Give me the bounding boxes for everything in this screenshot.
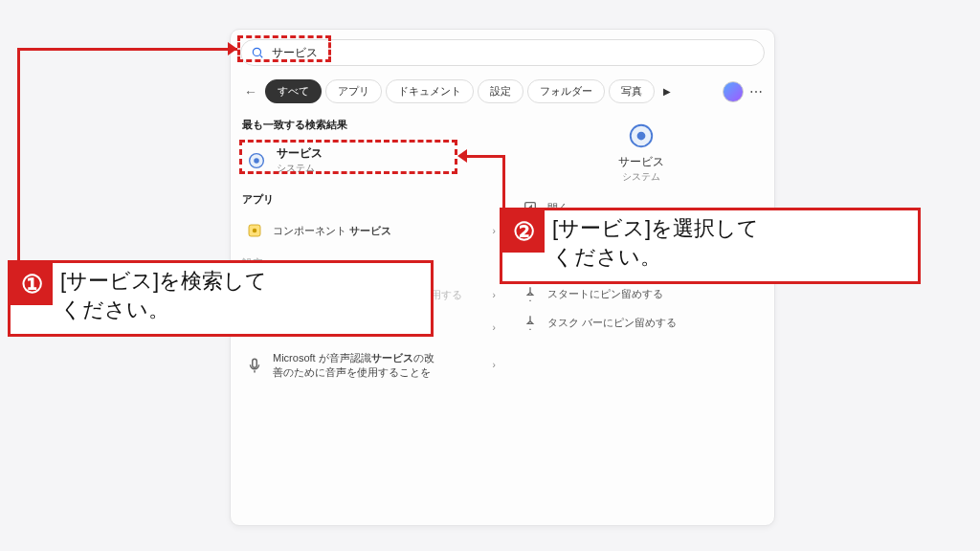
result-ms-speech[interactable]: Microsoft が音声認識サービスの改 善のために音声を使用することを › (240, 343, 507, 387)
details-subtitle: システム (519, 170, 765, 184)
best-match-header: 最も一致する検索結果 (242, 118, 507, 132)
action-label: タスク バーにピン留めする (547, 316, 677, 330)
tab-photos[interactable]: 写真 (609, 79, 655, 103)
svg-point-3 (254, 158, 259, 164)
component-services-icon (246, 222, 263, 239)
svg-point-0 (253, 48, 260, 55)
services-large-icon (627, 121, 656, 150)
tab-folders[interactable]: フォルダー (527, 79, 605, 103)
annotation-arrowhead-2 (457, 149, 467, 163)
search-bar[interactable] (240, 39, 765, 66)
annotation-text-2: [サービス]を選択して ください。 (545, 210, 767, 276)
details-title: サービス (519, 154, 765, 170)
annotation-number-1: ① (11, 263, 53, 305)
annotation-arrowhead-1 (228, 42, 237, 55)
chevron-right-icon: › (493, 322, 496, 333)
annotation-number-2: ② (502, 210, 545, 253)
more-tabs-icon[interactable]: ▶ (658, 86, 676, 97)
top-result-subtitle: システム (277, 162, 323, 175)
top-result-title: サービス (277, 145, 323, 162)
tab-apps[interactable]: アプリ (325, 79, 382, 103)
tab-bar: ← すべて アプリ ドキュメント 設定 フォルダー 写真 ▶ ⋯ (240, 79, 765, 103)
annotation-arrow-1 (17, 48, 20, 263)
annotation-text-1: [サービス]を検索して ください。 (53, 263, 275, 329)
annotation-arrow-2 (467, 155, 505, 158)
apps-header: アプリ (242, 192, 507, 207)
avatar[interactable] (723, 81, 744, 102)
svg-line-1 (260, 55, 263, 58)
result-label: Microsoft が音声認識サービスの改 善のために音声を使用することを (273, 351, 434, 380)
svg-rect-13 (253, 359, 257, 367)
annotation-arrow-1 (17, 48, 237, 51)
speech-icon (246, 357, 263, 374)
search-input[interactable] (272, 46, 754, 59)
svg-point-5 (253, 229, 257, 233)
services-icon (246, 150, 267, 171)
search-icon (251, 46, 264, 59)
annotation-arrow-2 (502, 155, 505, 210)
annotation-callout-2: ② [サービス]を選択して ください。 (502, 210, 767, 276)
chevron-right-icon: › (493, 360, 496, 370)
top-result-services[interactable]: サービス システム (240, 140, 507, 181)
more-icon[interactable]: ⋯ (747, 84, 765, 99)
details-column: サービス システム 開く 管理者として実行 ファイルの場所を開く (513, 112, 765, 516)
back-icon[interactable]: ← (240, 84, 261, 99)
action-label: スタートにピン留めする (547, 287, 663, 301)
tab-documents[interactable]: ドキュメント (386, 79, 474, 103)
action-pin-taskbar[interactable]: タスク バーにピン留めする (519, 308, 765, 337)
chevron-right-icon: › (493, 290, 496, 300)
pin-icon (523, 286, 538, 301)
annotation-callout-1: ① [サービス]を検索して ください。 (11, 263, 275, 329)
pin-icon (523, 315, 538, 330)
chevron-right-icon: › (493, 226, 496, 236)
result-component-services[interactable]: コンポーネント サービス › (240, 214, 507, 247)
tab-all[interactable]: すべて (265, 79, 322, 103)
tab-settings[interactable]: 設定 (478, 79, 523, 103)
result-label: コンポーネント サービス (273, 224, 391, 238)
svg-point-16 (637, 132, 646, 141)
